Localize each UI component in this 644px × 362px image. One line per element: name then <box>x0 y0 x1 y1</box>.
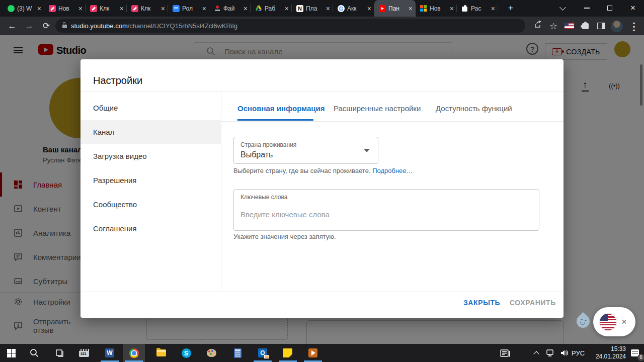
ms-grid-icon <box>420 5 427 12</box>
keywords-hint: Укажите значения через запятую. <box>233 233 336 240</box>
chrome-icon[interactable] <box>123 344 145 362</box>
learn-more-link[interactable]: Подробнее… <box>372 167 413 174</box>
news-widget-icon[interactable] <box>494 344 516 362</box>
side-panel-icon[interactable] <box>595 20 607 32</box>
paint-icon[interactable] <box>200 344 222 362</box>
browser-tab[interactable]: Рас × <box>457 0 498 17</box>
tab-advanced-settings[interactable]: Расширенные настройки <box>334 104 421 113</box>
open-app-indicator <box>279 360 297 362</box>
tab-title: Пла <box>306 5 324 12</box>
tabs-divider <box>221 121 564 122</box>
whatsapp-icon <box>8 5 15 12</box>
widget-close-icon[interactable]: × <box>621 316 627 327</box>
start-button[interactable] <box>0 344 22 362</box>
outlook-icon[interactable]: O <box>252 344 274 362</box>
tab-close-icon[interactable]: × <box>326 5 330 12</box>
window-maximize-button[interactable] <box>600 0 620 16</box>
settings-nav-permissions[interactable]: Разрешения <box>80 168 221 192</box>
tab-close-icon[interactable]: × <box>37 5 41 12</box>
tab-basic-info[interactable]: Основная информация <box>237 104 325 113</box>
browser-tab[interactable]: Клк × <box>86 0 127 17</box>
task-view-icon[interactable] <box>48 344 70 362</box>
bookmark-star-icon[interactable]: ☆ <box>547 20 559 32</box>
hola-flame-icon[interactable] <box>576 314 591 329</box>
forward-icon[interactable]: → <box>23 20 35 32</box>
tab-close-icon[interactable]: × <box>78 5 83 12</box>
tab-close-icon[interactable]: × <box>450 5 454 12</box>
tray-language[interactable]: РУС <box>572 349 585 357</box>
share-icon[interactable] <box>532 20 544 32</box>
flag-extension-icon[interactable] <box>563 20 575 32</box>
browser-tab[interactable]: G Акк × <box>333 0 374 17</box>
browser-tab[interactable]: N Пла × <box>292 0 333 17</box>
tab-close-icon[interactable]: × <box>244 5 248 12</box>
settings-nav-channel[interactable]: Канал <box>80 120 221 144</box>
pink-app-icon <box>49 5 56 12</box>
tab-title: (3) W <box>17 5 35 12</box>
language-widget[interactable]: × <box>593 307 635 336</box>
tab-close-icon[interactable]: × <box>367 5 371 12</box>
browser-menu-icon[interactable]: ••• <box>628 20 640 32</box>
settings-nav-general[interactable]: Общие <box>80 96 221 120</box>
open-app-indicator <box>101 360 119 362</box>
skype-icon[interactable]: S <box>175 344 197 362</box>
browser-tab[interactable]: Нов × <box>416 0 457 17</box>
calculator-icon[interactable] <box>226 344 249 362</box>
browser-tab[interactable]: Рол × <box>168 0 209 17</box>
notification-center-icon[interactable]: 6 <box>624 344 644 362</box>
us-flag-icon[interactable] <box>600 314 616 330</box>
save-button: СОХРАНИТЬ <box>510 299 556 307</box>
modal-nav-divider <box>221 92 221 292</box>
tab-title: Клк <box>100 5 117 12</box>
word-icon[interactable]: W <box>99 344 121 362</box>
tab-close-icon[interactable]: × <box>120 5 124 12</box>
url-text: studio.youtube.com/channel/UCIYQ15rhN5sl… <box>71 22 237 30</box>
browser-tab[interactable]: Раб × <box>251 0 292 17</box>
taskbar-search-icon[interactable] <box>23 344 45 362</box>
settings-nav-upload-defaults[interactable]: Загрузка видео <box>80 144 221 168</box>
file-explorer-icon[interactable] <box>150 344 172 362</box>
notification-badge: 6 <box>637 354 644 361</box>
country-dropdown[interactable]: Страна проживания Выбрать <box>233 137 378 164</box>
settings-nav-agreements[interactable]: Соглашения <box>80 216 221 240</box>
tab-close-icon[interactable]: × <box>491 5 495 12</box>
pink-app-icon <box>90 5 97 12</box>
drive-icon <box>255 5 262 12</box>
settings-nav-community[interactable]: Сообщество <box>80 192 221 216</box>
video-player-icon[interactable] <box>302 344 324 362</box>
window-close-button[interactable]: × <box>623 0 643 16</box>
tab-title: Нов <box>58 5 76 12</box>
browser-tab[interactable]: Фай × <box>209 0 251 17</box>
browser-tab[interactable]: Клк × <box>127 0 168 17</box>
tab-close-icon[interactable]: × <box>161 5 165 12</box>
window-minimize-button[interactable] <box>577 0 597 16</box>
open-app-indicator <box>254 360 272 362</box>
extensions-puzzle-icon[interactable] <box>579 20 591 32</box>
tab-close-icon[interactable]: × <box>285 5 289 12</box>
chevron-down-icon <box>364 149 370 152</box>
docs-icon <box>173 5 180 12</box>
settings-modal: Настройки Общие Канал Загрузка видео Раз… <box>80 59 564 318</box>
tab-title: Фай <box>223 5 241 12</box>
browser-tab-active[interactable]: Пан × <box>374 0 416 17</box>
tab-title: Рол <box>182 5 200 12</box>
window-menu-chevron-icon[interactable] <box>552 0 573 16</box>
country-hint: Выберите страну, где вы сейчас проживает… <box>233 167 413 174</box>
tab-close-icon[interactable]: × <box>409 5 413 12</box>
back-icon[interactable]: ← <box>6 20 18 32</box>
browser-tab[interactable]: (3) W × <box>3 0 44 17</box>
tab-close-icon[interactable]: × <box>202 5 206 12</box>
keywords-field[interactable]: Ключевые слова Введите ключевые слова <box>233 189 539 231</box>
media-player-icon[interactable]: 321 <box>73 344 95 362</box>
windows-taskbar: 321 W S O РУС 15:33 24.01.2024 <box>0 344 644 362</box>
browser-profile-avatar[interactable] <box>611 20 623 32</box>
close-button[interactable]: ЗАКРЫТЬ <box>463 299 500 307</box>
reload-icon[interactable]: ⟳ <box>40 20 52 32</box>
sticky-notes-icon[interactable] <box>277 344 299 362</box>
browser-tab[interactable]: Нов × <box>44 0 86 17</box>
new-tab-button[interactable]: + <box>505 3 517 15</box>
address-bar[interactable]: studio.youtube.com/channel/UCIYQ15rhN5sl… <box>55 19 525 33</box>
modal-title: Настройки <box>93 75 142 86</box>
tab-feature-eligibility[interactable]: Доступность функций <box>436 104 512 113</box>
tray-clock[interactable]: 15:33 24.01.2024 <box>594 345 626 360</box>
